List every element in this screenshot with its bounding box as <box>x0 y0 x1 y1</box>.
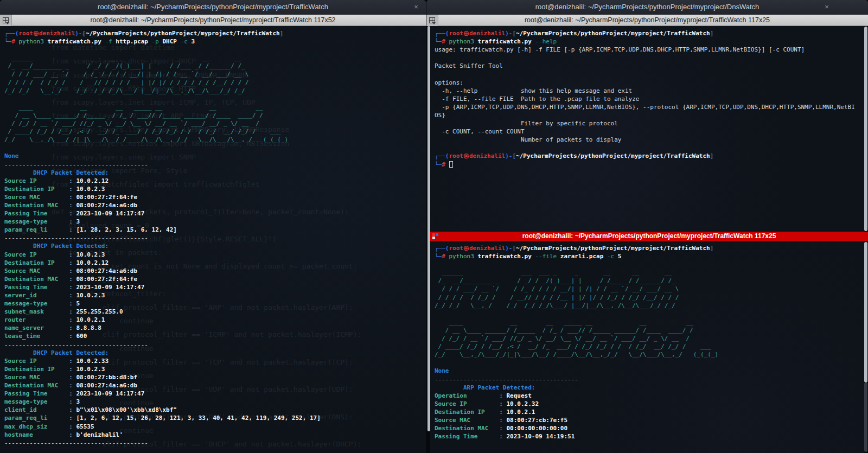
terminal-line: /_ __/________ _ / _/ / _/(_)___| | / /_… <box>435 277 864 285</box>
terminal-line: usage: trafficwatch.py [-h] -f FILE [-p … <box>435 46 864 54</box>
terminal-line: Source IP : 10.0.2.32 <box>435 400 864 408</box>
top-pane-scrollbar[interactable] <box>864 27 867 231</box>
terminal-line: server_id : 10.0.2.3 <box>4 291 426 299</box>
terminal-line: param_req_li : [1, 28, 2, 3, 15, 6, 12, … <box>4 226 426 234</box>
terminal-line: Source MAC : 08:00:27:2f:64:fe <box>4 193 426 201</box>
left-window-close-icon[interactable]: × <box>412 3 420 11</box>
terminal-line: ┌──(root㉿denizhalil)-[~/PycharmProjects/… <box>4 29 426 37</box>
terminal-line <box>435 70 864 78</box>
terminal-line: Source IP : 10.0.2.12 <box>4 177 426 185</box>
right-bottom-terminal-content: ┌──(root㉿denizhalil)-[~/PycharmProjects/… <box>435 244 864 441</box>
terminal-line: └─# python3 trafficwatch.py --file zarar… <box>435 252 864 260</box>
terminal-line: Source IP : 10.0.2.33 <box>4 357 426 365</box>
terminal-line: Source MAC : 08:00:27:cb:7e:f5 <box>435 416 864 424</box>
terminal-line: ---------------------------------------- <box>4 161 426 169</box>
terminal-line: ┌──(root㉿denizhalil)-[~/PycharmProjects/… <box>435 244 864 252</box>
right-window-title: root@denizhalil: ~/PycharmProjects/pytho… <box>426 3 868 11</box>
left-edge-scrollbar[interactable] <box>427 26 430 431</box>
terminal-line: ---------------------------------------- <box>4 341 426 349</box>
terminal-line: -p {ARP,ICMP,TCP,UDP,DNS,DHCP,HTTP,SNMP,… <box>435 103 864 111</box>
terminal-line: DHCP Packet Detected: <box>4 242 426 250</box>
active-pane-title: root@denizhalil: ~/PycharmProjects/pytho… <box>430 232 868 240</box>
right-top-terminal-content: ┌──(root㉿denizhalil)-[~/PycharmProjects/… <box>435 29 864 169</box>
terminal-line: / ____/ /_/ / /__/ ,< / __/ /_ ___/ / /_… <box>435 342 864 350</box>
terminal-line: / /_/ / __ `/ ___/ //_/ _ \/ __/ \__ \/ … <box>435 334 864 342</box>
left-pane-titlebar[interactable]: root@denizhalil: ~/PycharmProjects/pytho… <box>0 15 426 26</box>
terminal-line: client_id : b"\x01\x08\x00'\xbb\xd8\xbf" <box>4 406 426 414</box>
terminal-line <box>4 144 426 152</box>
right-window-close-icon[interactable]: × <box>822 3 831 11</box>
terminal-line: message-type : 5 <box>4 299 426 308</box>
terminal-line: DHCP Packet Detected: <box>4 169 426 177</box>
terminal-line: Number of packets to display <box>435 136 864 144</box>
bottom-pane-scrollbar-track[interactable] <box>864 382 867 452</box>
terminal-line: ______ ___ ___ _ _ __ __ __ <box>4 54 426 62</box>
terminal-line: hostname : b'denizhalil' <box>4 431 426 439</box>
right-bottom-terminal[interactable]: ┌──(root㉿denizhalil)-[~/PycharmProjects/… <box>430 241 864 453</box>
terminal-line: Destination IP : 10.0.2.3 <box>4 185 426 193</box>
terminal-line: ---------------------------------------- <box>4 234 426 242</box>
left-terminal[interactable]: import argparsefrom datetime import date… <box>0 26 426 453</box>
terminal-line <box>4 46 426 54</box>
terminal-line: / __ \____ ______/ /_____ / /_ / ___// /… <box>435 326 864 334</box>
terminal-line: -f FILE, --file FILE Path to the .pcap f… <box>435 95 864 103</box>
terminal-line: / / / ___/ __ `/ / /_ / / / / __/| | /| … <box>4 70 426 78</box>
terminal-line: └─# <box>435 161 864 169</box>
terminal-line: param_req_li : [1, 2, 6, 12, 15, 26, 28,… <box>4 414 426 422</box>
terminal-line: /_/ \__,_/\___/_/|_|\___/\__/ /____/\__/… <box>4 136 426 144</box>
terminal-line: -h, --help show this help message and ex… <box>435 87 864 95</box>
terminal-line: Source IP : 10.0.2.3 <box>4 251 426 259</box>
terminal-line: ARP Packet Detected: <box>435 384 864 392</box>
terminal-line: Destination IP : 10.0.2.12 <box>4 259 426 267</box>
terminal-line <box>435 54 864 62</box>
terminal-line: ---------------------------------------- <box>435 375 864 384</box>
right-window-titlebar[interactable]: root@denizhalil: ~/PycharmProjects/pytho… <box>426 0 868 15</box>
terminal-line: Packet Sniffer Tool <box>435 62 864 70</box>
terminal-line: / __ \____ ______/ /_____ / /_ / ___// /… <box>4 111 426 119</box>
terminal-line: ____ __ __ _____ __ __ __ <box>435 318 864 326</box>
terminal-line: /_/ /_/ \__,_/ /_/ /_/ /_/\___/ |__/|__/… <box>4 87 426 95</box>
terminal-line: ---------------------------------------- <box>4 439 426 447</box>
terminal-line: /_/ /_/ \__,_/ /_/ /_/ /_/\___/ |__/|__/… <box>435 302 864 310</box>
terminal-line: Destination MAC : 00:00:00:00:00:00 <box>435 424 864 432</box>
terminal-line: message-type : 3 <box>4 218 426 226</box>
terminal-line: └─# python3 trafficwatch.py -f http.pcap… <box>4 37 426 46</box>
terminal-line: /_ __/________ _ / _/ / _/(_)___| | / /_… <box>4 62 426 70</box>
terminal-line <box>435 359 864 367</box>
terminal-line: lease_time : 600 <box>4 332 426 340</box>
terminal-line: /_/ \__,_/\___/_/|_|\___/\__/ /____/\__/… <box>435 350 864 359</box>
terminal-line: ____ __ __ _____ __ __ __ <box>4 103 426 111</box>
terminal-line: Destination IP : 10.0.2.1 <box>435 408 864 416</box>
terminal-line: Passing Time : 2023-10-09 14:19:51 <box>435 432 864 441</box>
right-top-pane-title: root@denizhalil: ~/PycharmProjects/pytho… <box>426 16 868 24</box>
right-top-pane-titlebar[interactable]: root@denizhalil: ~/PycharmProjects/pytho… <box>426 15 868 26</box>
terminal-line: Source MAC : 08:00:27:bb:d8:bf <box>4 373 426 381</box>
terminal-line <box>435 310 864 318</box>
active-pane-titlebar[interactable]: root@denizhalil: ~/PycharmProjects/pytho… <box>430 232 868 241</box>
terminal-line: Operation : Request <box>435 392 864 400</box>
terminal-line: Passing Time : 2023-10-09 14:17:47 <box>4 390 426 398</box>
terminal-line: router : 10.0.2.1 <box>4 316 426 324</box>
terminal-line: / / / ___/ __ `/ / /_ / / / / __/| | /| … <box>435 285 864 293</box>
terminal-line: -c COUNT, --count COUNT <box>435 127 864 136</box>
terminal-line: message-type : 3 <box>4 398 426 406</box>
left-pane-title: root@denizhalil: ~/PycharmProjects/pytho… <box>0 16 426 24</box>
terminal-line: └─# python3 trafficwatch.py --help <box>435 37 864 46</box>
terminal-line: ______ ___ ___ _ _ __ __ __ <box>435 269 864 277</box>
terminal-line: / ____/ /_/ / /__/ ,< / __/ /_ ___/ / /_… <box>4 127 426 136</box>
terminal-line: Passing Time : 2023-10-09 14:17:47 <box>4 283 426 291</box>
bottom-pane-scrollbar-thumb[interactable] <box>864 242 867 382</box>
terminal-line: / /_/ / __ `/ ___/ //_/ _ \/ __/ \__ \/ … <box>4 119 426 127</box>
terminal-line: Filter by specific protocol <box>435 119 864 127</box>
left-window-titlebar[interactable]: root@denizhalil: ~/PycharmProjects/pytho… <box>0 0 426 15</box>
terminal-line <box>4 95 426 103</box>
terminal-line: Destination IP : 10.0.2.3 <box>4 365 426 373</box>
right-top-terminal[interactable]: ┌──(root㉿denizhalil)-[~/PycharmProjects/… <box>430 26 864 232</box>
terminal-line: / / / / / /_/ / / __// / / / /__ | |/ |/… <box>4 79 426 87</box>
terminal-line <box>435 260 864 269</box>
background-code-line: pythonProject > myproject > TrafficWatch… <box>52 451 361 453</box>
terminal-line: ┌──(root㉿denizhalil)-[~/PycharmProjects/… <box>435 152 864 160</box>
terminal-line: max_dhcp_siz : 65535 <box>4 423 426 431</box>
terminal-line: DHCP Packet Detected: <box>4 349 426 357</box>
terminal-line: Passing Time : 2023-10-09 14:17:47 <box>4 209 426 218</box>
